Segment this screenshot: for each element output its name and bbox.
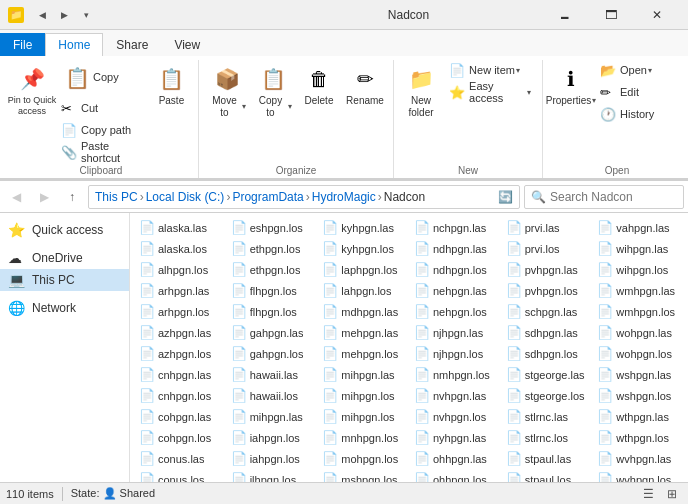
cut-button[interactable]: ✂ Cut <box>56 98 149 118</box>
list-item[interactable]: 📄 ethpgn.los <box>226 238 318 259</box>
list-item[interactable]: 📄 ilhpgn.los <box>226 469 318 482</box>
list-item[interactable]: 📄 pvhpgn.los <box>501 280 593 301</box>
list-item[interactable]: 📄 iahpgn.los <box>226 448 318 469</box>
search-box[interactable]: 🔍 <box>524 185 684 209</box>
list-item[interactable]: 📄 nmhpgn.los <box>409 364 501 385</box>
list-item[interactable]: 📄 alhpgn.los <box>134 259 226 280</box>
list-item[interactable]: 📄 conus.las <box>134 448 226 469</box>
list-item[interactable]: 📄 cohpgn.los <box>134 427 226 448</box>
grid-view-button[interactable]: ⊞ <box>662 484 682 504</box>
list-item[interactable]: 📄 wihpgn.las <box>592 238 684 259</box>
rename-button[interactable]: ✏ Rename <box>343 60 387 110</box>
tab-file[interactable]: File <box>0 33 45 56</box>
back-button[interactable]: ◀ <box>4 185 28 209</box>
sidebar-item-quick-access[interactable]: ⭐ Quick access <box>0 219 129 241</box>
new-item-button[interactable]: 📄 New item▾ <box>444 60 536 80</box>
list-item[interactable]: 📄 mnhpgn.los <box>317 427 409 448</box>
up-button[interactable]: ↑ <box>60 185 84 209</box>
list-item[interactable]: 📄 arhpgn.las <box>134 280 226 301</box>
list-item[interactable]: 📄 ohhpgn.los <box>409 469 501 482</box>
easy-access-button[interactable]: ⭐ Easy access▾ <box>444 82 536 102</box>
list-item[interactable]: 📄 azhpgn.los <box>134 343 226 364</box>
list-item[interactable]: 📄 cohpgn.las <box>134 406 226 427</box>
list-item[interactable]: 📄 prvi.los <box>501 238 593 259</box>
list-item[interactable]: 📄 kyhpgn.los <box>317 238 409 259</box>
list-item[interactable]: 📄 stlrnc.las <box>501 406 593 427</box>
list-item[interactable]: 📄 wthpgn.los <box>592 427 684 448</box>
list-view-button[interactable]: ☰ <box>638 484 658 504</box>
list-item[interactable]: 📄 mihpgn.las <box>317 364 409 385</box>
list-item[interactable]: 📄 alaska.las <box>134 217 226 238</box>
list-item[interactable]: 📄 laphpgn.los <box>317 259 409 280</box>
list-item[interactable]: 📄 nvhpgn.las <box>409 385 501 406</box>
list-item[interactable]: 📄 schpgn.las <box>501 301 593 322</box>
copy-button[interactable]: 📋 Copy <box>56 60 149 96</box>
list-item[interactable]: 📄 wvhpgn.los <box>592 469 684 482</box>
list-item[interactable]: 📄 hawaii.los <box>226 385 318 406</box>
history-button[interactable]: 🕐 History <box>595 104 685 124</box>
maximize-button[interactable]: 🗖 <box>588 0 634 30</box>
list-item[interactable]: 📄 pvhpgn.las <box>501 259 593 280</box>
list-item[interactable]: 📄 wshpgn.los <box>592 385 684 406</box>
list-item[interactable]: 📄 mihpgn.los <box>317 406 409 427</box>
list-item[interactable]: 📄 wshpgn.las <box>592 364 684 385</box>
list-item[interactable]: 📄 njhpgn.las <box>409 322 501 343</box>
list-item[interactable]: 📄 vahpgn.las <box>592 217 684 238</box>
list-item[interactable]: 📄 nehpgn.los <box>409 301 501 322</box>
paste-shortcut-button[interactable]: 📎 Paste shortcut <box>56 142 149 162</box>
list-item[interactable]: 📄 stpaul.las <box>501 448 593 469</box>
list-item[interactable]: 📄 stpaul.los <box>501 469 593 482</box>
list-item[interactable]: 📄 stlrnc.los <box>501 427 593 448</box>
list-item[interactable]: 📄 ethpgn.los <box>226 259 318 280</box>
pin-to-quick-access-button[interactable]: 📌 Pin to Quick access <box>10 60 54 120</box>
copy-path-button[interactable]: 📄 Copy path <box>56 120 149 140</box>
list-item[interactable]: 📄 alaska.los <box>134 238 226 259</box>
list-item[interactable]: 📄 nvhpgn.los <box>409 406 501 427</box>
list-item[interactable]: 📄 prvi.las <box>501 217 593 238</box>
list-item[interactable]: 📄 wthpgn.las <box>592 406 684 427</box>
list-item[interactable]: 📄 conus.los <box>134 469 226 482</box>
list-item[interactable]: 📄 kyhpgn.las <box>317 217 409 238</box>
tab-view[interactable]: View <box>161 33 213 56</box>
list-item[interactable]: 📄 sdhpgn.los <box>501 343 593 364</box>
address-path[interactable]: This PC › Local Disk (C:) › ProgramData … <box>88 185 520 209</box>
list-item[interactable]: 📄 wmhpgn.los <box>592 301 684 322</box>
list-item[interactable]: 📄 wvhpgn.las <box>592 448 684 469</box>
list-item[interactable]: 📄 njhpgn.los <box>409 343 501 364</box>
move-to-button[interactable]: 📦 Move to▾ <box>205 60 249 122</box>
list-item[interactable]: 📄 sdhpgn.las <box>501 322 593 343</box>
list-item[interactable]: 📄 mshpgn.los <box>317 469 409 482</box>
list-item[interactable]: 📄 mihpgn.los <box>317 385 409 406</box>
list-item[interactable]: 📄 cnhpgn.las <box>134 364 226 385</box>
sidebar-item-network[interactable]: 🌐 Network <box>0 297 129 319</box>
list-item[interactable]: 📄 nyhpgn.las <box>409 427 501 448</box>
minimize-button[interactable]: 🗕 <box>542 0 588 30</box>
list-item[interactable]: 📄 nchpgn.las <box>409 217 501 238</box>
close-button[interactable]: ✕ <box>634 0 680 30</box>
list-item[interactable]: 📄 stgeorge.las <box>501 364 593 385</box>
edit-button[interactable]: ✏ Edit <box>595 82 685 102</box>
list-item[interactable]: 📄 lahpgn.los <box>317 280 409 301</box>
delete-button[interactable]: 🗑 Delete <box>297 60 341 110</box>
tab-home[interactable]: Home <box>45 33 103 56</box>
list-item[interactable]: 📄 mdhpgn.las <box>317 301 409 322</box>
title-nav-forward[interactable]: ▶ <box>54 5 74 25</box>
list-item[interactable]: 📄 ohhpgn.las <box>409 448 501 469</box>
list-item[interactable]: 📄 stgeorge.los <box>501 385 593 406</box>
list-item[interactable]: 📄 arhpgn.los <box>134 301 226 322</box>
new-folder-button[interactable]: 📁 New folder <box>400 60 442 122</box>
list-item[interactable]: 📄 iahpgn.los <box>226 427 318 448</box>
list-item[interactable]: 📄 cnhpgn.los <box>134 385 226 406</box>
list-item[interactable]: 📄 wmhpgn.las <box>592 280 684 301</box>
list-item[interactable]: 📄 eshpgn.los <box>226 217 318 238</box>
title-nav-back[interactable]: ◀ <box>32 5 52 25</box>
list-item[interactable]: 📄 mehpgn.los <box>317 343 409 364</box>
title-nav-more[interactable]: ▾ <box>76 5 96 25</box>
list-item[interactable]: 📄 ndhpgn.las <box>409 238 501 259</box>
copy-to-button[interactable]: 📋 Copy to▾ <box>251 60 295 122</box>
list-item[interactable]: 📄 mihpgn.las <box>226 406 318 427</box>
open-button[interactable]: 📂 Open▾ <box>595 60 685 80</box>
sidebar-item-onedrive[interactable]: ☁ OneDrive <box>0 247 129 269</box>
list-item[interactable]: 📄 wohpgn.las <box>592 322 684 343</box>
list-item[interactable]: 📄 flhpgn.los <box>226 301 318 322</box>
